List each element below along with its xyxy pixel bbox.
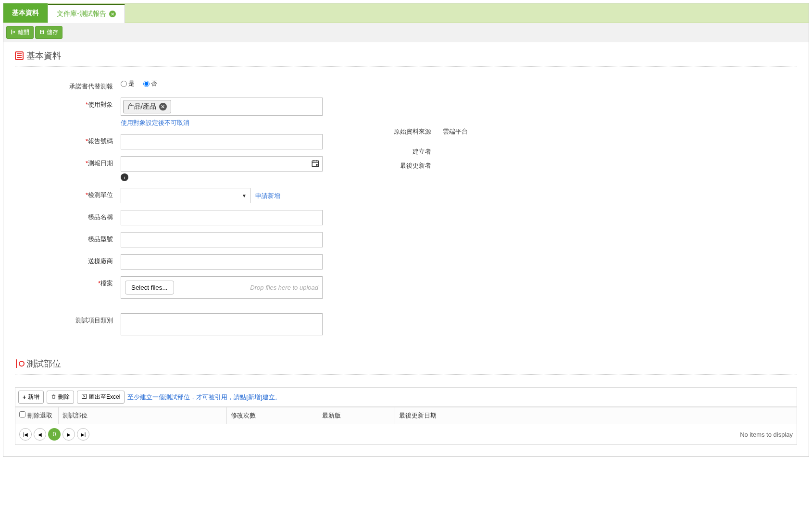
meta-source-val: 雲端平台 xyxy=(443,127,534,136)
export-label: 匯出至Excel xyxy=(89,393,120,401)
add-label: 新增 xyxy=(28,393,39,401)
section-basic-header: 基本資料 xyxy=(15,50,797,67)
tab-basic[interactable]: 基本資料 xyxy=(3,3,48,23)
svg-point-1 xyxy=(316,164,317,165)
file-upload-box[interactable]: Select files... Drop files here to uploa… xyxy=(121,276,323,299)
section-testpart-title: 測試部位 xyxy=(26,358,61,369)
tab-active-label: 文件庫-測試報告 xyxy=(57,10,106,18)
meta-source-label: 原始資料來源 xyxy=(380,127,443,136)
grid-select-all[interactable] xyxy=(19,411,25,417)
plus-icon: + xyxy=(23,394,26,401)
excel-icon xyxy=(81,393,87,401)
calendar-icon[interactable] xyxy=(311,159,320,168)
target-chip: 产品/產品 ✕ xyxy=(123,100,171,113)
samplemodel-label: 樣品型號 xyxy=(15,232,121,244)
reportdate-label: *測報日期 xyxy=(15,156,121,168)
samplename-input[interactable] xyxy=(121,210,323,225)
grid-toolbar: + 新增 刪除 匯出至Excel xyxy=(15,387,797,407)
testitemcat-label: 測試項目類別 xyxy=(15,313,121,325)
col-latest[interactable]: 最新版 xyxy=(318,407,395,424)
pager-next[interactable]: ▶ xyxy=(62,428,75,441)
sender-input[interactable] xyxy=(121,254,323,270)
meta-updater-val xyxy=(443,161,534,170)
col-modcount[interactable]: 修改次數 xyxy=(227,407,318,424)
meta-creator-val xyxy=(443,147,534,156)
svg-rect-0 xyxy=(312,161,319,167)
meta-creator-label: 建立者 xyxy=(380,147,443,156)
target-chip-label: 产品/產品 xyxy=(127,102,156,111)
exit-icon xyxy=(11,29,16,36)
pager-noitems: No items to display xyxy=(740,431,793,438)
file-label: *檔案 xyxy=(15,276,121,288)
tab-close-icon[interactable]: ✕ xyxy=(109,11,116,17)
section-testpart-header: 測試部位 xyxy=(15,358,797,375)
node-icon xyxy=(15,359,24,368)
col-deletesel: 刪除選取 xyxy=(27,412,52,419)
leave-label: 離開 xyxy=(18,28,29,37)
target-help: 使用對象設定後不可取消 xyxy=(121,119,189,127)
save-button[interactable]: 儲存 xyxy=(35,26,62,39)
apply-new-link[interactable]: 申請新增 xyxy=(255,192,280,199)
meta-updater-label: 最後更新者 xyxy=(380,161,443,170)
sender-label: 送樣廠商 xyxy=(15,254,121,266)
drop-hint: Drop files here to upload xyxy=(250,284,318,291)
radio-no-input[interactable] xyxy=(143,81,150,87)
save-icon xyxy=(39,29,45,36)
delete-button[interactable]: 刪除 xyxy=(47,391,74,404)
leave-button[interactable]: 離開 xyxy=(6,26,34,39)
grid-pager: |◀ ◀ 0 ▶ ▶| No items to display xyxy=(15,424,797,445)
reportno-label: *報告號碼 xyxy=(15,134,121,146)
radio-yes[interactable]: 是 xyxy=(121,79,135,88)
pager-current: 0 xyxy=(48,428,61,441)
col-lastupdate[interactable]: 最後更新日期 xyxy=(395,407,797,424)
col-part[interactable]: 測試部位 xyxy=(59,407,227,424)
radio-yes-input[interactable] xyxy=(121,81,127,87)
testpart-grid: 刪除選取 測試部位 修改次數 最新版 最後更新日期 xyxy=(15,407,797,424)
info-icon[interactable]: i xyxy=(121,173,128,181)
pager-prev[interactable]: ◀ xyxy=(34,428,46,441)
target-label: *使用對象 xyxy=(15,98,121,109)
reportdate-input[interactable] xyxy=(121,156,323,172)
add-button[interactable]: + 新增 xyxy=(18,391,44,404)
pager-last[interactable]: ▶| xyxy=(77,428,89,441)
grid-hint: 至少建立一個測試部位，才可被引用，請點[新增]建立。 xyxy=(127,393,281,402)
radio-no[interactable]: 否 xyxy=(143,79,157,88)
testitemcat-input[interactable] xyxy=(121,313,323,335)
tab-basic-label: 基本資料 xyxy=(12,9,39,17)
pager-first[interactable]: |◀ xyxy=(19,428,32,441)
action-bar: 離開 儲存 xyxy=(3,23,809,42)
samplename-label: 樣品名稱 xyxy=(15,210,121,221)
inspectunit-select[interactable] xyxy=(121,188,250,203)
section-basic-title: 基本資料 xyxy=(26,50,61,61)
chip-remove-icon[interactable]: ✕ xyxy=(159,103,167,111)
tab-bar: 基本資料 文件庫-測試報告 ✕ xyxy=(3,3,809,23)
substitute-label: 承諾書代替測報 xyxy=(15,79,121,91)
inspectunit-label: *檢測單位 xyxy=(15,188,121,199)
samplemodel-input[interactable] xyxy=(121,232,323,247)
list-icon xyxy=(15,51,24,60)
target-chipbox[interactable]: 产品/產品 ✕ xyxy=(121,98,323,116)
radio-yes-label: 是 xyxy=(128,79,135,88)
delete-label: 刪除 xyxy=(58,393,70,401)
export-button[interactable]: 匯出至Excel xyxy=(77,391,125,404)
reportno-input[interactable] xyxy=(121,134,323,149)
trash-icon xyxy=(51,394,56,401)
save-label: 儲存 xyxy=(47,28,58,37)
radio-no-label: 否 xyxy=(151,79,157,88)
select-files-button[interactable]: Select files... xyxy=(125,281,174,295)
tab-document-test-report[interactable]: 文件庫-測試報告 ✕ xyxy=(48,4,125,23)
